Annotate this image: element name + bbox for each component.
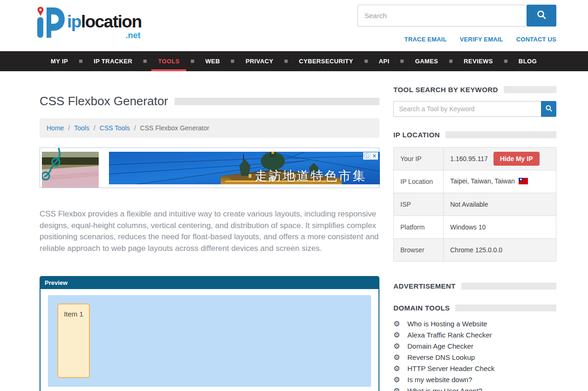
gear-icon: ⚙ bbox=[393, 376, 401, 384]
heading-decoration-bar bbox=[455, 304, 556, 311]
tool-link-domain-age[interactable]: Domain Age Checker bbox=[407, 342, 473, 350]
list-item: ⚙Alexa Traffic Rank Checker bbox=[393, 331, 556, 339]
search-icon bbox=[545, 105, 553, 114]
preview-panel-header: Preview bbox=[41, 277, 378, 289]
nav-item-cybersecurity[interactable]: CYBERSECURITY bbox=[288, 51, 364, 71]
advertisement-heading: ADVERTISEMENT bbox=[393, 282, 556, 290]
table-row: Browser Chrome 125.0.0.0 bbox=[394, 239, 556, 262]
browser-value: Chrome 125.0.0.0 bbox=[444, 239, 556, 262]
tool-search-heading: TOOL SEARCH BY KEYWORD bbox=[393, 86, 556, 94]
list-item: ⚙Reverse DNS Lookup bbox=[393, 353, 556, 361]
gear-icon: ⚙ bbox=[393, 331, 401, 339]
nav-separator bbox=[79, 60, 82, 63]
site-logo[interactable]: iplocation .net bbox=[36, 0, 142, 51]
flexbox-preview-item[interactable]: Item 1 bbox=[57, 303, 90, 378]
logo-mark-icon bbox=[36, 6, 65, 39]
nav-item-tools[interactable]: TOOLS bbox=[147, 51, 191, 71]
nav-item-blog[interactable]: BLOG bbox=[507, 51, 548, 71]
breadcrumb-tools[interactable]: Tools bbox=[74, 124, 89, 132]
nav-item-privacy[interactable]: PRIVACY bbox=[234, 51, 284, 71]
nav-item-my-ip[interactable]: MY IP bbox=[40, 51, 79, 71]
verify-email-link[interactable]: VERIFY EMAIL bbox=[460, 36, 503, 43]
breadcrumb-separator: / bbox=[94, 124, 95, 132]
page-header: iplocation .net TRACE EMAIL VERIFY EMAIL… bbox=[0, 0, 588, 51]
your-ip-value: 1.160.95.117 bbox=[450, 155, 488, 162]
table-row: IP Location Taipei, Taiwan, Taiwan bbox=[394, 170, 556, 193]
flexbox-preview-container: Item 1 bbox=[48, 295, 371, 387]
ad-left-image bbox=[42, 148, 99, 188]
tool-link-alexa-rank[interactable]: Alexa Traffic Rank Checker bbox=[407, 331, 492, 339]
nav-separator bbox=[231, 60, 234, 63]
ad-main-image: 走訪地道特色市集 ⓘ ✕ bbox=[109, 152, 378, 184]
tool-search-form bbox=[393, 101, 556, 117]
list-item: ⚙HTTP Server Header Check bbox=[393, 364, 556, 372]
isp-value: Not Available bbox=[444, 193, 556, 216]
platform-value: Windows 10 bbox=[444, 216, 556, 239]
adchoices-icon[interactable]: ⓘ bbox=[363, 152, 371, 160]
logo-tld: .net bbox=[126, 31, 141, 40]
tool-search-input[interactable] bbox=[393, 101, 541, 117]
search-icon bbox=[536, 10, 547, 21]
domain-tools-list: ⚙Who is Hosting a Website ⚙Alexa Traffic… bbox=[393, 320, 556, 391]
table-row: Your IP 1.160.95.117Hide My IP bbox=[394, 148, 556, 170]
nav-item-web[interactable]: WEB bbox=[194, 51, 231, 71]
table-row: Platform Windows 10 bbox=[394, 216, 556, 239]
ad-banner[interactable]: 走訪地道特色市集 ⓘ ✕ bbox=[40, 148, 379, 188]
ip-location-heading: IP LOCATION bbox=[393, 131, 556, 139]
nav-separator bbox=[449, 60, 453, 63]
list-item: ⚙Is my website down? bbox=[393, 376, 556, 384]
table-row: ISP Not Available bbox=[394, 193, 556, 216]
taiwan-flag-icon bbox=[519, 178, 528, 186]
domain-tools-heading: DOMAIN TOOLS bbox=[393, 304, 556, 312]
nav-separator bbox=[284, 60, 288, 63]
tool-link-user-agent[interactable]: What is my User Agent? bbox=[407, 387, 482, 391]
hide-my-ip-button[interactable]: Hide My IP bbox=[493, 152, 540, 166]
list-item: ⚙Domain Age Checker bbox=[393, 342, 556, 350]
preview-panel: Preview Item 1 bbox=[40, 276, 379, 391]
breadcrumb-separator: / bbox=[68, 124, 70, 132]
nav-item-games[interactable]: GAMES bbox=[404, 51, 449, 71]
breadcrumb: Home / Tools / CSS Tools / CSS Flexbox G… bbox=[40, 118, 379, 138]
trace-email-link[interactable]: TRACE EMAIL bbox=[405, 36, 447, 43]
tool-link-hosting[interactable]: Who is Hosting a Website bbox=[407, 320, 487, 328]
site-search-form bbox=[358, 5, 556, 27]
tool-link-website-down[interactable]: Is my website down? bbox=[407, 376, 472, 384]
breadcrumb-separator: / bbox=[134, 124, 136, 132]
tool-search-button[interactable] bbox=[541, 101, 556, 117]
logo-text: iplocation .net bbox=[67, 12, 142, 32]
header-right: TRACE EMAIL VERIFY EMAIL CONTACT US bbox=[358, 0, 556, 51]
main-nav: MY IP IP TRACKER TOOLS WEB PRIVACY CYBER… bbox=[0, 51, 588, 71]
logo-location: location bbox=[81, 12, 142, 31]
heading-decoration-bar bbox=[446, 131, 556, 138]
nav-item-reviews[interactable]: REVIEWS bbox=[453, 51, 504, 71]
site-search-button[interactable] bbox=[527, 5, 556, 27]
gear-icon: ⚙ bbox=[393, 365, 401, 372]
tool-link-reverse-dns[interactable]: Reverse DNS Lookup bbox=[407, 353, 475, 361]
ad-close-icon[interactable]: ✕ bbox=[371, 152, 378, 160]
list-item: ⚙Who is Hosting a Website bbox=[393, 320, 556, 328]
preview-panel-body: Item 1 bbox=[41, 289, 378, 391]
breadcrumb-current: CSS Flexbox Generator bbox=[140, 124, 210, 132]
ip-location-value: Taipei, Taiwan, Taiwan bbox=[450, 177, 515, 185]
site-search-input[interactable] bbox=[358, 5, 527, 27]
nav-item-api[interactable]: API bbox=[368, 51, 401, 71]
list-item: ⚙What is my User Agent? bbox=[393, 387, 556, 391]
header-links: TRACE EMAIL VERIFY EMAIL CONTACT US bbox=[405, 36, 556, 43]
logo-ip: ip bbox=[67, 12, 81, 31]
gear-icon: ⚙ bbox=[393, 354, 401, 361]
title-decoration-bar bbox=[175, 98, 379, 105]
gear-icon: ⚙ bbox=[393, 387, 401, 391]
nav-separator bbox=[365, 60, 368, 63]
tool-link-http-header[interactable]: HTTP Server Header Check bbox=[407, 364, 494, 372]
nav-separator bbox=[504, 60, 507, 63]
breadcrumb-css-tools[interactable]: CSS Tools bbox=[100, 124, 130, 132]
breadcrumb-home[interactable]: Home bbox=[47, 124, 64, 132]
nav-separator bbox=[191, 60, 194, 63]
nav-item-ip-tracker[interactable]: IP TRACKER bbox=[82, 51, 143, 71]
contact-us-link[interactable]: CONTACT US bbox=[516, 36, 556, 43]
heading-decoration-bar bbox=[504, 86, 556, 93]
gear-icon: ⚙ bbox=[393, 320, 401, 328]
ip-location-table: Your IP 1.160.95.117Hide My IP IP Locati… bbox=[393, 147, 556, 262]
gear-icon: ⚙ bbox=[393, 343, 401, 350]
ad-overlay-text: 走訪地道特色市集 bbox=[255, 168, 366, 184]
